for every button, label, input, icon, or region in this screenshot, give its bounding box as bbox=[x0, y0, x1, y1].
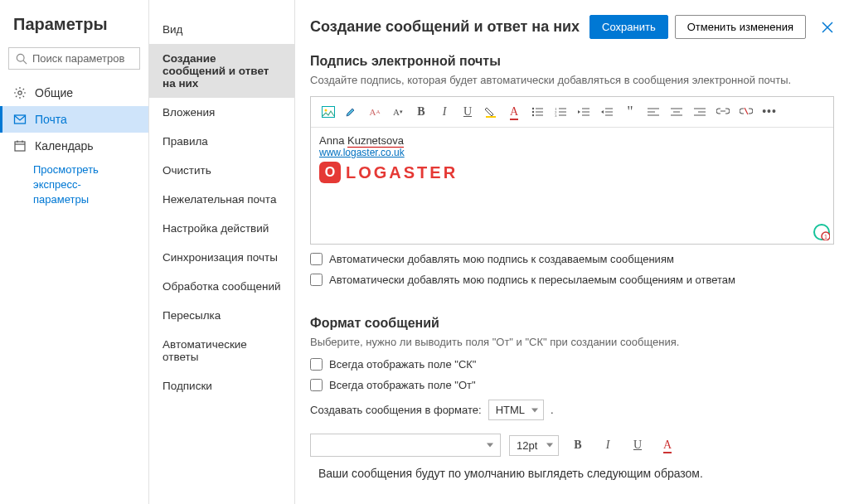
subnav-actions[interactable]: Настройка действий bbox=[149, 214, 294, 243]
checkbox-auto-new[interactable]: Автоматически добавлять мою подпись к со… bbox=[310, 253, 834, 265]
bold-icon[interactable]: B bbox=[410, 102, 432, 122]
mail-icon bbox=[13, 113, 27, 126]
subnav-junk[interactable]: Нежелательная почта bbox=[149, 185, 294, 214]
svg-text:3: 3 bbox=[555, 114, 557, 117]
svg-line-40 bbox=[745, 108, 748, 114]
format-section-desc: Выберите, нужно ли выводить поля "От" и … bbox=[310, 336, 834, 348]
svg-point-0 bbox=[17, 54, 24, 61]
search-input[interactable]: Поиск параметров bbox=[8, 47, 140, 70]
signature-section-desc: Создайте подпись, которая будет автомати… bbox=[310, 74, 834, 86]
nav-label: Календарь bbox=[35, 139, 94, 153]
nav-calendar[interactable]: Календарь bbox=[0, 133, 148, 159]
svg-point-15 bbox=[532, 114, 534, 116]
subnav-message-handling[interactable]: Обработка сообщений bbox=[149, 272, 294, 301]
editor-toolbar: AA A▾ B I U A 123 " ••• bbox=[311, 97, 833, 128]
subnav-forwarding[interactable]: Пересылка bbox=[149, 301, 294, 330]
cancel-button[interactable]: Отменить изменения bbox=[675, 15, 806, 39]
italic-icon[interactable]: I bbox=[434, 102, 455, 122]
close-icon[interactable] bbox=[821, 21, 834, 34]
subnav-subscriptions[interactable]: Подписки bbox=[149, 371, 294, 400]
checkbox-bcc[interactable]: Всегда отображать поле "СК" bbox=[310, 358, 834, 371]
align-right-icon[interactable] bbox=[689, 102, 711, 122]
subnav-view[interactable]: Вид bbox=[149, 15, 294, 44]
compose-format-select[interactable]: HTML bbox=[488, 400, 544, 420]
signature-logo: O LOGASTER bbox=[319, 162, 825, 183]
svg-rect-12 bbox=[486, 116, 496, 118]
quote-icon[interactable]: " bbox=[619, 102, 641, 122]
align-left-icon[interactable] bbox=[643, 102, 664, 122]
compose-format-label: Создавать сообщения в формате: bbox=[310, 404, 482, 416]
settings-title: Параметры bbox=[0, 15, 148, 47]
nav-general[interactable]: Общие bbox=[0, 80, 148, 106]
align-center-icon[interactable] bbox=[666, 102, 687, 122]
subnav-sweep[interactable]: Очистить bbox=[149, 156, 294, 185]
number-list-icon[interactable]: 123 bbox=[550, 102, 571, 122]
preview-font-color-icon[interactable]: A bbox=[657, 435, 678, 455]
logo-badge-icon: O bbox=[319, 162, 341, 183]
preview-underline-icon[interactable]: U bbox=[627, 435, 648, 455]
signature-url[interactable]: www.logaster.co.uk bbox=[319, 147, 405, 158]
nav-mail[interactable]: Почта bbox=[0, 106, 148, 133]
subnav-rules[interactable]: Правила bbox=[149, 127, 294, 156]
signature-name: Anna Kuznetsova bbox=[319, 134, 825, 147]
subnav: Вид Создание сообщений и ответ на них Вл… bbox=[149, 0, 295, 504]
nav-label: Почта bbox=[35, 113, 67, 126]
nav-label: Общие bbox=[35, 86, 73, 99]
font-color-icon[interactable]: A bbox=[503, 102, 525, 122]
svg-point-13 bbox=[532, 108, 534, 109]
subnav-attachments[interactable]: Вложения bbox=[149, 98, 294, 127]
svg-point-14 bbox=[532, 111, 534, 113]
underline-icon[interactable]: U bbox=[457, 102, 478, 122]
format-section-title: Формат сообщений bbox=[310, 316, 834, 331]
search-placeholder: Поиск параметров bbox=[32, 52, 124, 65]
subnav-autoreply[interactable]: Автоматические ответы bbox=[149, 330, 294, 371]
preview-text: Ваши сообщения будут по умолчанию выгляд… bbox=[310, 467, 834, 480]
outdent-icon[interactable] bbox=[573, 102, 594, 122]
font-size-icon[interactable]: A▾ bbox=[387, 102, 409, 122]
checkbox-auto-reply[interactable]: Автоматически добавлять мою подпись к пе… bbox=[310, 274, 834, 286]
checkbox-from[interactable]: Всегда отображать поле "От" bbox=[310, 379, 834, 391]
gear-icon bbox=[13, 86, 27, 99]
logo-text: LOGASTER bbox=[346, 163, 458, 182]
preview-bold-icon[interactable]: B bbox=[567, 435, 589, 455]
link-icon[interactable] bbox=[712, 102, 734, 122]
express-settings-link[interactable]: Просмотреть экспресс-параметры bbox=[33, 163, 99, 206]
bullet-list-icon[interactable] bbox=[526, 102, 548, 122]
highlight-color-icon[interactable] bbox=[480, 102, 502, 122]
editor-content[interactable]: Anna Kuznetsova www.logaster.co.uk O LOG… bbox=[311, 128, 833, 244]
svg-text:1: 1 bbox=[824, 234, 827, 240]
indent-icon[interactable] bbox=[596, 102, 618, 122]
image-icon[interactable] bbox=[318, 102, 339, 122]
more-icon[interactable]: ••• bbox=[759, 102, 780, 122]
save-button[interactable]: Сохранить bbox=[589, 15, 668, 39]
page-title: Создание сообщений и ответ на них bbox=[310, 18, 583, 36]
signature-section-title: Подпись электронной почты bbox=[310, 54, 834, 69]
font-family-select[interactable] bbox=[310, 434, 501, 457]
svg-rect-4 bbox=[15, 142, 25, 151]
search-icon bbox=[16, 53, 27, 65]
preview-italic-icon[interactable]: I bbox=[597, 435, 619, 455]
signature-editor: AA A▾ B I U A 123 " ••• Anna Kuzn bbox=[310, 96, 834, 245]
font-size-select[interactable]: 12pt bbox=[509, 435, 559, 456]
svg-line-1 bbox=[23, 61, 27, 64]
svg-point-11 bbox=[325, 109, 327, 112]
unlink-icon[interactable] bbox=[735, 102, 757, 122]
subnav-compose-reply[interactable]: Создание сообщений и ответ на них bbox=[149, 44, 294, 98]
svg-point-2 bbox=[18, 91, 22, 94]
font-family-icon[interactable]: AA bbox=[364, 102, 386, 122]
highlighter-icon[interactable] bbox=[341, 102, 362, 122]
calendar-icon bbox=[13, 139, 27, 153]
grammarly-icon[interactable]: 1 bbox=[813, 224, 830, 240]
subnav-sync[interactable]: Синхронизация почты bbox=[149, 243, 294, 272]
